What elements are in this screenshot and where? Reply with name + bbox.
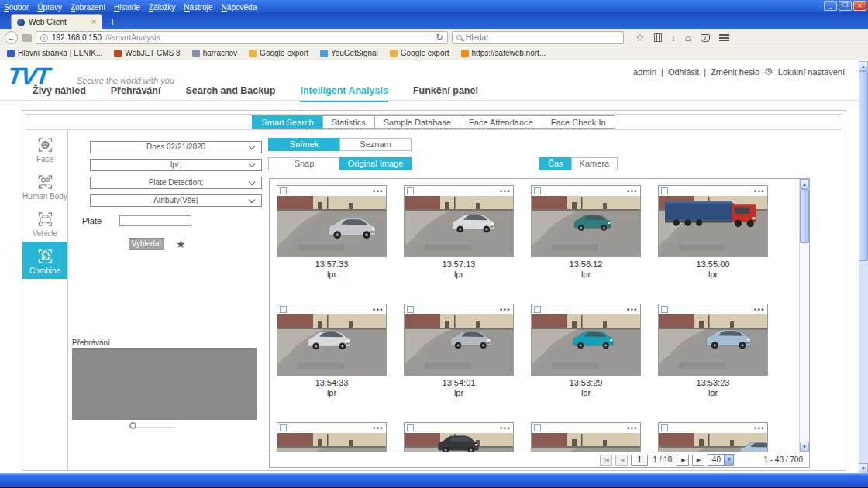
snapshot-image[interactable] [532,433,640,452]
more-options-icon[interactable]: ••• [754,308,765,312]
address-bar[interactable]: i 192.168.0.150/#smartAnalysis ↻ [36,31,448,44]
snapshot-image[interactable] [659,314,767,375]
bookmark-item[interactable]: YouGetSignal [320,49,378,57]
scroll-up-icon[interactable]: ▲ [859,61,868,71]
snapshot-image[interactable] [277,433,386,452]
tile-checkbox[interactable] [407,306,414,313]
bookmarks-folder-icon[interactable] [22,34,32,42]
snapshot-image[interactable] [277,314,386,375]
snapshot-image[interactable] [659,196,767,256]
logout-link[interactable]: Odhlásit [668,67,699,77]
page-size-select[interactable]: 40 ▼ [708,454,734,466]
next-page-button[interactable]: ▶ [677,455,689,466]
event-dropdown[interactable]: lpr; [90,159,262,171]
sidebar-item-vehicle[interactable]: Vehicle [22,204,67,242]
tab-statistics[interactable]: Statistics [322,115,375,129]
detection-dropdown[interactable]: Plate Detection; [90,177,262,189]
search-input[interactable] [466,33,619,42]
sidebar-item-human-body[interactable]: Human Body [22,167,67,204]
tile-checkbox[interactable] [661,306,668,313]
gear-icon[interactable]: ⚙ [764,66,773,77]
page-scrollbar[interactable]: ▲ ▼ [859,61,868,473]
tab-smart-search[interactable]: Smart Search [252,115,322,129]
tile-checkbox[interactable] [534,424,541,431]
page-input[interactable] [631,455,648,466]
reload-icon[interactable]: ↻ [432,33,443,43]
more-options-icon[interactable]: ••• [627,308,638,312]
snapshot-image[interactable] [277,196,386,256]
scroll-down-icon[interactable]: ▼ [800,442,809,452]
tile-checkbox[interactable] [534,187,541,194]
sort-as[interactable]: Čas [539,157,572,170]
bookmark-item[interactable]: WebJET CMS 8 [114,49,180,57]
image-original-image[interactable]: Original Image [339,157,412,170]
plate-input[interactable] [119,215,191,226]
more-options-icon[interactable]: ••• [373,308,384,312]
tile-checkbox[interactable] [280,424,287,431]
snapshot-image[interactable] [532,196,640,256]
bookmark-star-icon[interactable]: ☆ [636,32,645,43]
grid-scrollbar[interactable]: ▲ ▼ [799,179,809,452]
bookmark-item[interactable]: Hlavní stránka | ELNIK... [7,49,102,57]
more-options-icon[interactable]: ••• [373,426,384,431]
menu-historie[interactable]: Historie [114,3,140,12]
sort-kamera[interactable]: Kamera [571,157,618,170]
prev-page-button[interactable]: ◀ [615,455,628,466]
more-options-icon[interactable]: ••• [754,189,765,194]
tab-face-attendance[interactable]: Face Attendance [460,115,542,129]
more-options-icon[interactable]: ••• [627,189,638,194]
tile-checkbox[interactable] [280,306,287,313]
more-options-icon[interactable]: ••• [373,189,384,194]
snapshot-image[interactable] [405,314,513,375]
tab-close-icon[interactable]: × [91,18,96,26]
date-dropdown[interactable]: Dnes 02/21/2020 [90,141,262,153]
pocket-icon[interactable]: ∨ [701,34,710,42]
tile-checkbox[interactable] [280,187,287,194]
back-button[interactable]: ← [5,31,18,44]
tile-checkbox[interactable] [661,424,668,431]
snapshot-image[interactable] [405,433,513,452]
tab-face-check-in[interactable]: Face Check In [542,115,615,129]
view-seznam[interactable]: Seznam [339,138,412,151]
browser-tab[interactable]: Web Client × [11,14,102,29]
hamburger-menu-icon[interactable] [719,34,729,41]
sidebar-item-face[interactable]: Face [22,130,67,167]
menu-n-pov-da[interactable]: Nápověda [222,3,257,12]
tile-checkbox[interactable] [407,187,414,194]
library-icon[interactable] [654,33,662,42]
menu-z-lo-ky[interactable]: Záložky [149,3,175,12]
snapshot-image[interactable] [405,196,513,256]
tab-sample-database[interactable]: Sample Database [374,115,460,129]
more-options-icon[interactable]: ••• [500,189,511,194]
last-page-button[interactable]: ▶| [692,455,704,466]
search-button[interactable]: Vyhledat [129,238,164,250]
local-settings-link[interactable]: Lokální nastavení [778,67,845,77]
menu-soubor[interactable]: Soubor [4,3,29,12]
close-button[interactable]: × [853,1,866,11]
snapshot-image[interactable] [659,433,767,452]
scroll-up-icon[interactable]: ▲ [800,179,809,189]
tile-checkbox[interactable] [534,306,541,313]
favorite-star-icon[interactable]: ★ [176,239,186,249]
more-options-icon[interactable]: ••• [500,308,511,312]
home-icon[interactable]: ⌂ [685,32,691,43]
page-scrollbar-thumb[interactable] [859,71,868,261]
tile-checkbox[interactable] [661,187,668,194]
snapshot-image[interactable] [532,314,640,375]
menu-n-stroje[interactable]: Nástroje [184,3,212,12]
attributes-dropdown[interactable]: Atributy(Vše) [90,194,262,207]
grid-scrollbar-thumb[interactable] [800,189,809,243]
change-password-link[interactable]: Změnit heslo [711,67,760,77]
restore-button[interactable]: ❐ [839,1,852,11]
first-page-button[interactable]: |◀ [600,455,612,466]
minimize-button[interactable]: _ [824,1,837,11]
tile-checkbox[interactable] [407,424,414,431]
more-options-icon[interactable]: ••• [500,426,511,431]
bookmark-item[interactable]: Google export [390,49,450,57]
image-snap[interactable]: Snap [268,157,340,170]
scroll-down-icon[interactable]: ▼ [859,463,868,473]
downloads-icon[interactable]: ↓ [671,33,676,43]
menu-zobrazen[interactable]: Zobrazení [71,3,105,12]
site-info-icon[interactable]: i [40,34,48,42]
slider-handle[interactable] [129,422,136,429]
